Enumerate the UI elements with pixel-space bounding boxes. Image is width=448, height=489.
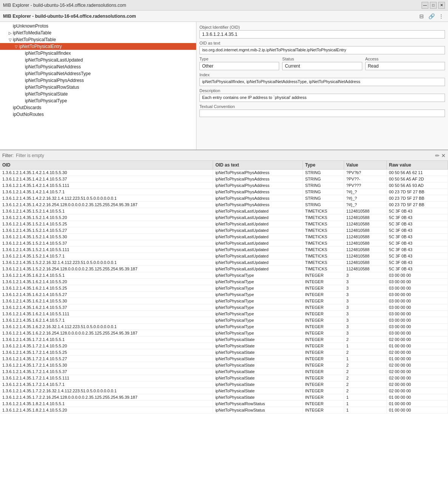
table-cell: 03 00 00 00 [386, 311, 448, 317]
table-cell: 3 [344, 279, 386, 285]
table-cell: INTEGER [303, 279, 344, 285]
table-row[interactable]: 1.3.6.1.2.1.4.35.1.5.2.1.4.10.5.5.1ipNet… [0, 208, 448, 214]
tree-item[interactable]: ipNetToPhysicalType [0, 97, 196, 104]
tree-item[interactable]: ipNetToPhysicalNetAddressType [0, 70, 196, 77]
table-row[interactable]: 1.3.6.1.2.1.4.35.1.6.2.1.4.10.5.5.27ipNe… [0, 292, 448, 298]
link-icon[interactable]: 🔗 [428, 12, 435, 20]
table-cell: ?PV??- [344, 176, 386, 182]
table-row[interactable]: 1.3.6.1.2.1.4.35.1.6.2.1.4.10.5.5.30ipNe… [0, 298, 448, 304]
filter-icon[interactable]: ⊟ [418, 12, 425, 20]
table-cell: 5C 3F 0B 43 [386, 227, 448, 234]
table-row[interactable]: 1.3.6.1.2.1.4.35.1.4.2.1.4.10.5.5.37ipNe… [0, 176, 448, 182]
close-button[interactable]: ✕ [438, 2, 445, 9]
table-row[interactable]: 1.3.6.1.2.1.4.35.1.6.2.1.4.10.5.5.111ipN… [0, 311, 448, 317]
table-cell: INTEGER [303, 330, 344, 336]
clear-filter-icon[interactable]: ✕ [441, 153, 446, 159]
table-row[interactable]: 1.3.6.1.2.1.4.35.1.5.2.1.4.10.5.5.20ipNe… [0, 214, 448, 221]
tree-item[interactable]: ipNetToPhysicalLastUpdated [0, 57, 196, 63]
table-cell: ipNetToPhysicalState [213, 375, 303, 381]
table-row[interactable]: 1.3.6.1.2.1.4.35.1.5.2.1.4.10.5.5.37ipNe… [0, 240, 448, 247]
table-cell: TIMETICKS [303, 221, 344, 227]
table-row[interactable]: 1.3.6.1.2.1.4.35.1.5.2.1.4.10.5.5.25ipNe… [0, 221, 448, 227]
tree-item[interactable]: ▽ipNetToPhysicalTable [0, 36, 196, 43]
column-header[interactable]: OID as text [213, 161, 303, 170]
table-row[interactable]: 1.3.6.1.2.1.4.35.1.8.2.1.4.10.5.5.20ipNe… [0, 407, 448, 413]
filter-bar: Filter: ✏ ✕ [0, 150, 448, 161]
table-cell: 03 00 00 00 [386, 304, 448, 311]
table-row[interactable]: 1.3.6.1.2.1.4.35.1.6.2.2.16.32.1.4.112.2… [0, 324, 448, 330]
edit-filter-icon[interactable]: ✏ [435, 153, 440, 159]
table-row[interactable]: 1.3.6.1.2.1.4.35.1.5.2.2.16.254.128.0.0.… [0, 266, 448, 272]
table-row[interactable]: 1.3.6.1.2.1.4.35.1.4.2.2.16.254.128.0.0.… [0, 202, 448, 208]
table-cell: 5C 3F 0B 43 [386, 221, 448, 227]
tree-item[interactable]: ipNetToPhysicalState [0, 91, 196, 97]
table-row[interactable]: 1.3.6.1.2.1.4.35.1.7.2.1.4.10.5.5.30ipNe… [0, 362, 448, 369]
textconv-value [199, 110, 445, 117]
table-row[interactable]: 1.3.6.1.2.1.4.35.1.6.2.1.4.10.5.5.25ipNe… [0, 285, 448, 292]
table-row[interactable]: 1.3.6.1.2.1.4.35.1.6.2.2.16.254.128.0.0.… [0, 330, 448, 336]
table-cell: 02 00 00 00 [386, 375, 448, 381]
table-cell: STRING [303, 176, 344, 182]
maximize-button[interactable]: □ [430, 2, 437, 9]
table-cell: INTEGER [303, 336, 344, 343]
table-row[interactable]: 1.3.6.1.2.1.4.35.1.4.2.2.16.32.1.4.112.2… [0, 195, 448, 202]
table-cell: 1.3.6.1.2.1.4.35.1.7.2.1.4.10.5.5.20 [0, 343, 213, 349]
table-row[interactable]: 1.3.6.1.2.1.4.35.1.7.2.1.4.10.5.5.1ipNet… [0, 336, 448, 343]
table-cell: 2 [344, 381, 386, 388]
table-row[interactable]: 1.3.6.1.2.1.4.35.1.6.2.1.4.10.5.7.1ipNet… [0, 317, 448, 324]
table-row[interactable]: 1.3.6.1.2.1.4.35.1.7.2.1.4.10.5.5.20ipNe… [0, 343, 448, 349]
tree-item[interactable]: ▽ipNetToPhysicalEntry [0, 43, 196, 50]
table-row[interactable]: 1.3.6.1.2.1.4.35.1.4.2.1.4.10.5.7.1ipNet… [0, 189, 448, 195]
column-header[interactable]: Type [303, 161, 344, 170]
table-cell: ?PV?b? [344, 170, 386, 176]
table-cell: INTEGER [303, 375, 344, 381]
table-row[interactable]: 1.3.6.1.2.1.4.35.1.8.2.1.4.10.5.5.1ipNet… [0, 401, 448, 407]
table-row[interactable]: 1.3.6.1.2.1.4.35.1.6.2.1.4.10.5.5.1ipNet… [0, 272, 448, 279]
table-row[interactable]: 1.3.6.1.2.1.4.35.1.7.2.1.4.10.5.7.1ipNet… [0, 381, 448, 388]
table-row[interactable]: 1.3.6.1.2.1.4.35.1.7.2.2.16.254.128.0.0.… [0, 394, 448, 401]
table-cell: 1 [344, 356, 386, 362]
table-cell: 5C 3F 0B 43 [386, 259, 448, 266]
table-row[interactable]: 1.3.6.1.2.1.4.35.1.5.2.1.4.10.5.7.1ipNet… [0, 253, 448, 259]
table-row[interactable]: 1.3.6.1.2.1.4.35.1.4.2.1.4.10.5.5.111ipN… [0, 182, 448, 189]
tree-label: ipNetToPhysicalType [25, 98, 67, 103]
table-row[interactable]: 1.3.6.1.2.1.4.35.1.7.2.1.4.10.5.5.27ipNe… [0, 356, 448, 362]
column-header[interactable]: Value [344, 161, 386, 170]
table-row[interactable]: 1.3.6.1.2.1.4.35.1.6.2.1.4.10.5.5.37ipNe… [0, 304, 448, 311]
tree-item[interactable]: ipNetToPhysicalNetAddress [0, 63, 196, 70]
table-row[interactable]: 1.3.6.1.2.1.4.35.1.5.2.1.4.10.5.5.30ipNe… [0, 234, 448, 240]
table-row[interactable]: 1.3.6.1.2.1.4.35.1.6.2.1.4.10.5.5.20ipNe… [0, 279, 448, 285]
tree-item[interactable]: ipUnknownProtos [0, 23, 196, 29]
table-cell: 1 [344, 343, 386, 349]
table-header: OIDOID as textTypeValueRaw value [0, 161, 448, 170]
tree-item[interactable]: ipNetToPhysicalIfIndex [0, 50, 196, 57]
table-row[interactable]: 1.3.6.1.2.1.4.35.1.7.2.2.16.32.1.4.112.2… [0, 388, 448, 394]
tree-item[interactable]: ▷ipNetToMediaTable [0, 29, 196, 36]
table-row[interactable]: 1.3.6.1.2.1.4.35.1.4.2.1.4.10.5.5.30ipNe… [0, 170, 448, 176]
column-header[interactable]: Raw value [386, 161, 448, 170]
tree-item[interactable]: ipOutDiscards [0, 104, 196, 111]
tree-arrow: ▽ [8, 38, 13, 42]
table-row[interactable]: 1.3.6.1.2.1.4.35.1.7.2.1.4.10.5.5.25ipNe… [0, 349, 448, 356]
tree-item[interactable]: ipNetToPhysicalRowStatus [0, 84, 196, 91]
table-cell: 1.3.6.1.2.1.4.35.1.7.2.2.16.32.1.4.112.2… [0, 388, 213, 394]
table-row[interactable]: 1.3.6.1.2.1.4.35.1.7.2.1.4.10.5.5.37ipNe… [0, 369, 448, 375]
tree-panel[interactable]: ipUnknownProtos▷ipNetToMediaTable▽ipNetT… [0, 22, 196, 150]
table-cell: 1.3.6.1.2.1.4.35.1.6.2.1.4.10.5.5.1 [0, 272, 213, 279]
table-row[interactable]: 1.3.6.1.2.1.4.35.1.5.2.1.4.10.5.5.27ipNe… [0, 227, 448, 234]
table-row[interactable]: 1.3.6.1.2.1.4.35.1.5.2.2.16.32.1.4.112.2… [0, 259, 448, 266]
tree-item[interactable]: ipNetToPhysicalPhysAddress [0, 77, 196, 84]
table-row[interactable]: 1.3.6.1.2.1.4.35.1.7.2.1.4.10.5.5.111ipN… [0, 375, 448, 381]
column-header[interactable]: OID [0, 161, 213, 170]
table-cell: TIMETICKS [303, 214, 344, 221]
filter-input[interactable] [16, 153, 433, 158]
table-row[interactable]: 1.3.6.1.2.1.4.35.1.5.2.1.4.10.5.5.111ipN… [0, 247, 448, 253]
table-container[interactable]: OIDOID as textTypeValueRaw value 1.3.6.1… [0, 161, 448, 489]
textconv-group: Textual Convention [199, 104, 445, 117]
table-cell: 1124810588 [344, 221, 386, 227]
menu-icon[interactable]: ⋮ [437, 12, 445, 20]
table-cell: 03 00 00 00 [386, 272, 448, 279]
minimize-button[interactable]: — [422, 2, 428, 9]
tree-item[interactable]: ipOutNoRoutes [0, 111, 196, 118]
oid-text-label: OID as text [199, 41, 445, 45]
